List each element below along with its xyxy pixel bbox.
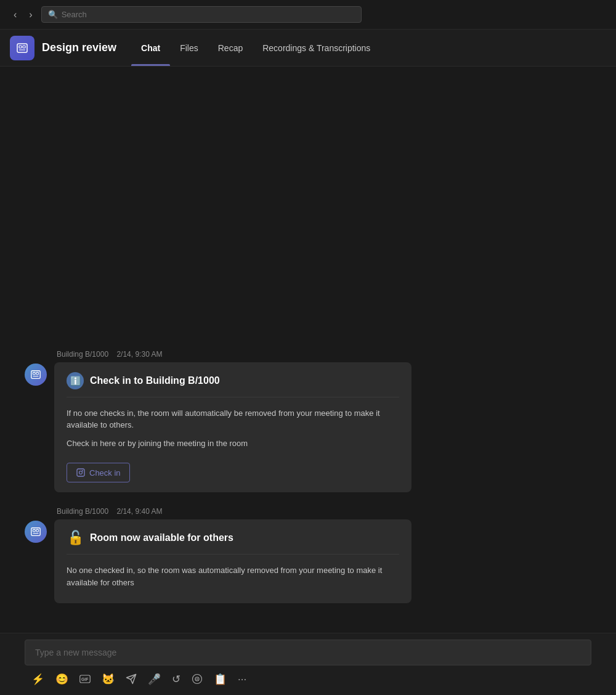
svg-rect-0 <box>17 44 27 52</box>
svg-rect-2 <box>23 46 25 48</box>
meeting-title: Design review <box>42 41 116 54</box>
top-bar: ‹ › 🔍 <box>0 0 616 30</box>
audio-button[interactable]: 🎤 <box>144 671 165 688</box>
loop-button[interactable]: ↺ <box>168 671 185 688</box>
svg-point-19 <box>197 678 198 680</box>
svg-rect-5 <box>33 372 36 375</box>
svg-rect-11 <box>31 528 40 536</box>
message-row-1: ℹ️ Check in to Building B/1000 If no one… <box>25 362 591 493</box>
attach-button[interactable]: 📋 <box>209 671 231 688</box>
message-meta-2: Building B/1000 2/14, 9:40 AM <box>25 507 591 516</box>
tab-recordings[interactable]: Recordings & Transcriptions <box>253 30 380 66</box>
tab-files[interactable]: Files <box>170 30 208 66</box>
svg-rect-4 <box>31 370 40 378</box>
svg-rect-6 <box>36 372 39 375</box>
card-title-1: Check in to Building B/1000 <box>90 375 220 386</box>
bottom-spacer <box>0 608 616 620</box>
timestamp-1: 2/14, 9:30 AM <box>116 350 162 359</box>
svg-rect-1 <box>19 46 22 48</box>
check-in-button[interactable]: Check in <box>67 463 130 482</box>
chat-spacer <box>0 79 616 350</box>
card-header-2: 🔓 Room now available for others <box>67 529 399 555</box>
message-meta-1: Building B/1000 2/14, 9:30 AM <box>25 350 591 359</box>
message-card-1: ℹ️ Check in to Building B/1000 If no one… <box>54 362 411 493</box>
video-button[interactable] <box>187 670 207 688</box>
meeting-avatar <box>10 36 34 60</box>
message-row-2: 🔓 Room now available for others No one c… <box>25 519 591 603</box>
card-lock-icon: 🔓 <box>67 529 84 547</box>
compose-area: Type a new message ⚡ 😊 GIF 🐱 🎤 ↺ 📋 <box>0 633 616 695</box>
compose-input[interactable]: Type a new message <box>25 640 591 665</box>
compose-toolbar: ⚡ 😊 GIF 🐱 🎤 ↺ 📋 ··· <box>25 670 591 688</box>
card-info-icon: ℹ️ <box>67 372 84 389</box>
forward-button[interactable]: › <box>25 7 36 23</box>
chat-area: Building B/1000 2/14, 9:30 AM ℹ️ Check i… <box>0 67 616 633</box>
tab-chat[interactable]: Chat <box>131 30 170 66</box>
card-body-1b: Check in here or by joining the meeting … <box>67 437 399 450</box>
tab-recap[interactable]: Recap <box>208 30 253 66</box>
message-card-2: 🔓 Room now available for others No one c… <box>54 519 411 603</box>
search-icon: 🔍 <box>48 10 58 19</box>
search-box[interactable]: 🔍 <box>41 6 362 23</box>
card-body-2a: No one checked in, so the room was autom… <box>67 564 399 588</box>
search-input[interactable] <box>62 10 355 19</box>
emoji-button[interactable]: 😊 <box>51 671 73 688</box>
header: Design review Chat Files Recap Recording… <box>0 30 616 67</box>
svg-rect-12 <box>33 529 36 532</box>
svg-text:GIF: GIF <box>81 677 88 681</box>
svg-point-10 <box>82 470 83 471</box>
more-button[interactable]: ··· <box>233 671 251 688</box>
sticker-button[interactable]: 🐱 <box>97 671 119 688</box>
message-group-1: Building B/1000 2/14, 9:30 AM ℹ️ Check i… <box>0 350 616 493</box>
card-title-2: Room now available for others <box>90 532 233 543</box>
format-button[interactable]: ⚡ <box>27 671 49 688</box>
card-header-1: ℹ️ Check in to Building B/1000 <box>67 372 399 397</box>
gif-button[interactable]: GIF <box>75 672 95 686</box>
tabs-nav: Chat Files Recap Recordings & Transcript… <box>131 30 380 66</box>
back-button[interactable]: ‹ <box>10 7 20 23</box>
card-body-1a: If no one checks in, the room will autom… <box>67 407 399 431</box>
send-button[interactable] <box>121 670 141 688</box>
timestamp-2: 2/14, 9:40 AM <box>116 507 162 516</box>
sender-name-2: Building B/1000 <box>57 507 108 516</box>
svg-rect-13 <box>36 529 39 532</box>
svg-point-9 <box>79 471 83 474</box>
svg-rect-8 <box>77 469 84 476</box>
message-group-2: Building B/1000 2/14, 9:40 AM 🔓 Room now… <box>0 507 616 603</box>
sender-avatar-2 <box>25 521 47 543</box>
check-in-label: Check in <box>89 468 121 478</box>
sender-avatar-1 <box>25 364 47 386</box>
sender-name-1: Building B/1000 <box>57 350 108 359</box>
